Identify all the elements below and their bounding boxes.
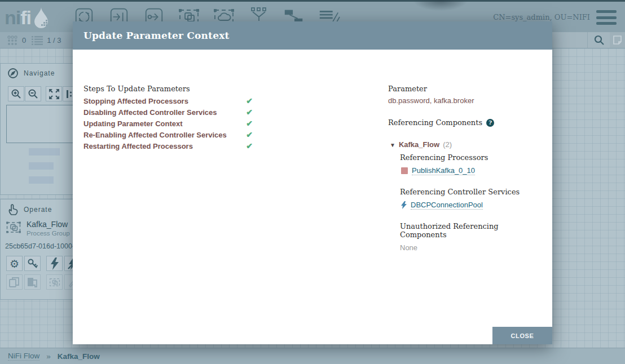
- note-icon: [613, 35, 622, 45]
- hand-pointer-icon: [7, 203, 19, 216]
- group-count: (2): [443, 140, 452, 149]
- breadcrumb: NiFi Flow » Kafka_Flow: [0, 348, 625, 364]
- selected-component-type: Process Group: [27, 230, 70, 237]
- bolt-icon: [401, 201, 407, 209]
- referencing-services-label: Referencing Controller Services: [400, 188, 543, 196]
- top-shadow-blob: [404, 0, 477, 17]
- update-parameter-context-dialog: Update Parameter Context Steps To Update…: [73, 21, 552, 344]
- zoom-out-button[interactable]: [25, 86, 41, 101]
- breadcrumb-root-link[interactable]: NiFi Flow: [8, 352, 39, 361]
- process-group-icon: [5, 220, 22, 235]
- unauthorized-label: Unauthorized Referencing Components: [400, 222, 543, 239]
- zoom-in-icon: [11, 88, 21, 99]
- notes-button[interactable]: [610, 32, 625, 48]
- queued-count: 1 / 3: [32, 35, 61, 46]
- close-button[interactable]: CLOSE: [492, 327, 552, 344]
- paste-icon: [27, 277, 38, 288]
- configure-button[interactable]: ⚙: [6, 256, 23, 271]
- check-icon: ✔: [246, 96, 253, 105]
- service-link[interactable]: DBCPConnectionPool: [411, 201, 483, 210]
- help-icon[interactable]: ?: [486, 119, 494, 127]
- dialog-header: Update Parameter Context: [73, 21, 552, 50]
- processor-state-swatch: [401, 167, 408, 174]
- nifi-logo: nifi: [5, 6, 51, 29]
- top-border: [0, 0, 625, 2]
- current-user: CN=sys_admin, OU=NIFI: [493, 13, 590, 21]
- minimap-node: [29, 148, 54, 156]
- selected-component-id: 25cb65d7-016d-1000-: [5, 242, 74, 250]
- caret-down-icon[interactable]: ▼: [390, 142, 395, 148]
- update-step: Stopping Affected Processors ✔: [83, 95, 253, 106]
- group-icon: [49, 277, 61, 288]
- compass-icon: [7, 68, 19, 79]
- group-name: Kafka_Flow: [399, 140, 439, 149]
- update-step: Disabling Affected Controller Services ✔: [83, 106, 253, 118]
- breadcrumb-current: Kafka_Flow: [58, 352, 100, 361]
- selected-component-name: Kafka_Flow: [27, 220, 70, 229]
- dialog-title: Update Parameter Context: [73, 21, 552, 50]
- search-icon: [593, 34, 605, 46]
- access-policies-button[interactable]: [24, 256, 41, 271]
- active-thread-count: 0: [7, 35, 26, 46]
- operate-title: Operate: [24, 206, 52, 214]
- check-icon: ✔: [246, 108, 253, 117]
- global-menu-icon[interactable]: [596, 10, 617, 25]
- referencing-components-tree: ▼ Kafka_Flow (2) Referencing Processors …: [388, 140, 543, 252]
- group-button[interactable]: [46, 274, 63, 290]
- bolt-icon: [50, 258, 59, 270]
- processor-link[interactable]: PublishKafka_0_10: [412, 166, 475, 175]
- minimap-node: [29, 176, 54, 184]
- parameter-value: db.password, kafka.broker: [388, 96, 543, 105]
- check-icon: ✔: [246, 119, 253, 128]
- referencing-processor-row: PublishKafka_0_10: [400, 166, 543, 175]
- grid-dots-icon: [7, 35, 18, 46]
- minimap-node: [29, 162, 54, 170]
- navigate-title: Navigate: [24, 69, 55, 77]
- process-group-node[interactable]: ▼ Kafka_Flow (2): [390, 140, 543, 149]
- referencing-processors-label: Referencing Processors: [400, 153, 543, 162]
- nifi-app: nifi: [0, 0, 625, 364]
- list-icon: [32, 35, 43, 46]
- zoom-in-button[interactable]: [8, 86, 24, 101]
- zoom-fit-button[interactable]: [46, 86, 62, 101]
- copy-button[interactable]: [6, 274, 23, 290]
- nifi-droplet-icon: [32, 6, 51, 29]
- check-icon: ✔: [246, 141, 253, 150]
- gear-icon: ⚙: [10, 258, 19, 270]
- breadcrumb-separator: »: [46, 352, 51, 361]
- parameter-label: Parameter: [388, 85, 543, 93]
- key-icon: [27, 258, 38, 269]
- parameter-section: Parameter db.password, kafka.broker Refe…: [388, 85, 543, 252]
- zoom-out-icon: [28, 88, 38, 99]
- referencing-components-label: Referencing Components ?: [388, 118, 543, 127]
- referencing-service-row: DBCPConnectionPool: [400, 201, 543, 210]
- start-button[interactable]: [46, 256, 63, 271]
- unauthorized-value: None: [400, 243, 543, 252]
- update-step: Updating Parameter Context ✔: [83, 118, 253, 129]
- steps-label: Steps To Update Parameters: [83, 85, 190, 93]
- copy-icon: [9, 277, 20, 288]
- update-steps-list: Stopping Affected Processors ✔ Disabling…: [83, 95, 253, 152]
- check-icon: ✔: [246, 130, 253, 139]
- update-step: Restarting Affected Processors ✔: [83, 140, 253, 152]
- nifi-logo-text: nifi: [5, 7, 31, 28]
- update-step: Re-Enabling Affected Controller Services…: [83, 129, 253, 140]
- search-button[interactable]: [587, 32, 610, 48]
- paste-button[interactable]: [24, 274, 41, 290]
- fit-icon: [49, 89, 59, 99]
